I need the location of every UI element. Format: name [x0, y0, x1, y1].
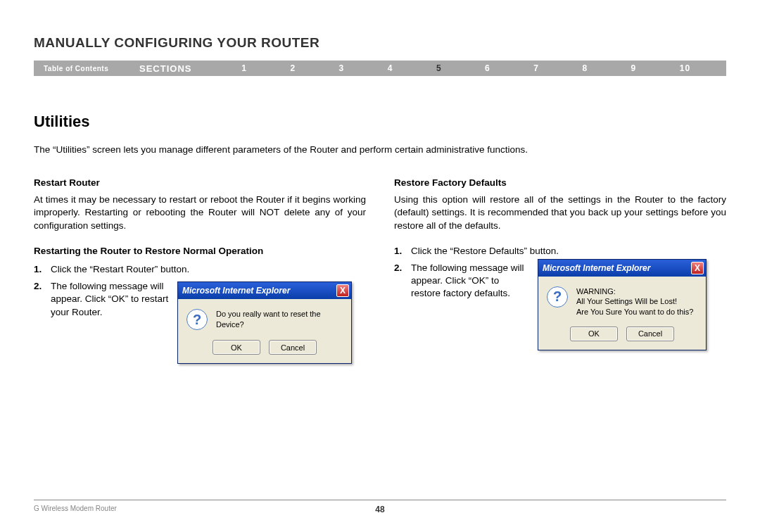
restart-dialog: Microsoft Internet Explorer X Do you rea…: [177, 281, 352, 364]
close-icon[interactable]: X: [336, 284, 349, 297]
warning-line-1: All Your Settings Will be Lost!: [576, 297, 677, 305]
step-number: 2.: [34, 280, 51, 364]
section-link-3[interactable]: 3: [339, 63, 345, 73]
step-text: Click the “Restart Router” button.: [51, 263, 366, 276]
dialog-title: Microsoft Internet Explorer: [543, 262, 650, 274]
restart-paragraph: At times it may be necessary to restart …: [34, 194, 366, 232]
step-text: Click the “Restore Defaults” button.: [411, 245, 726, 258]
section-link-10[interactable]: 10: [680, 63, 690, 73]
cancel-button[interactable]: Cancel: [269, 340, 317, 355]
section-number-list: 1 2 3 4 5 6 7 8 9 10: [220, 63, 726, 73]
dialog-title-bar: Microsoft Internet Explorer X: [178, 282, 351, 299]
restart-procedure-title: Restarting the Router to Restore Normal …: [34, 245, 366, 258]
step-text: The following message will appear. Click…: [51, 280, 170, 319]
restore-dialog: Microsoft Internet Explorer X WARNING: A…: [538, 259, 707, 350]
dialog-title-bar: Microsoft Internet Explorer X: [538, 260, 706, 277]
question-icon: [186, 309, 208, 330]
intro-paragraph: The “Utilities” screen lets you manage d…: [34, 144, 726, 157]
dialog-title: Microsoft Internet Explorer: [182, 285, 290, 296]
step-number: 1.: [34, 263, 51, 276]
restore-paragraph: Using this option will restore all of th…: [394, 194, 726, 232]
page-number: 48: [375, 505, 384, 514]
restore-subtitle: Restore Factory Defaults: [394, 177, 726, 189]
section-link-9[interactable]: 9: [631, 63, 637, 73]
section-link-7[interactable]: 7: [533, 63, 539, 73]
section-link-2[interactable]: 2: [290, 63, 296, 73]
section-link-6[interactable]: 6: [485, 63, 490, 73]
step-text: The following message will appear. Click…: [411, 262, 531, 300]
cancel-button[interactable]: Cancel: [626, 327, 674, 341]
dialog-message: Do you really want to reset the Device?: [216, 309, 343, 329]
page-footer: G Wireless Modem Router 48: [34, 500, 726, 512]
footer-product-name: G Wireless Modem Router: [34, 505, 117, 512]
ok-button[interactable]: OK: [570, 327, 618, 341]
step-number: 1.: [394, 245, 411, 258]
section-link-4[interactable]: 4: [388, 63, 393, 73]
right-column: Restore Factory Defaults Using this opti…: [394, 177, 726, 368]
left-column: Restart Router At times it may be necess…: [34, 177, 366, 368]
warning-heading: WARNING:: [576, 286, 693, 296]
sections-label: SECTIONS: [139, 63, 220, 74]
step-number: 2.: [394, 262, 411, 350]
ok-button[interactable]: OK: [213, 340, 260, 355]
toc-link[interactable]: Table of Contents: [34, 65, 139, 72]
dialog-message: WARNING: All Your Settings Will be Lost!…: [576, 286, 693, 317]
warning-line-2: Are You Sure You want to do this?: [576, 308, 693, 316]
restart-subtitle: Restart Router: [34, 177, 366, 189]
page-title: MANUALLY CONFIGURING YOUR ROUTER: [34, 35, 726, 51]
section-link-1[interactable]: 1: [241, 63, 247, 73]
question-icon: [547, 286, 568, 308]
section-link-8[interactable]: 8: [582, 63, 588, 73]
section-heading: Utilities: [34, 113, 726, 131]
section-nav-bar: Table of Contents SECTIONS 1 2 3 4 5 6 7…: [34, 61, 726, 76]
section-link-5[interactable]: 5: [436, 63, 442, 73]
close-icon[interactable]: X: [691, 262, 704, 274]
